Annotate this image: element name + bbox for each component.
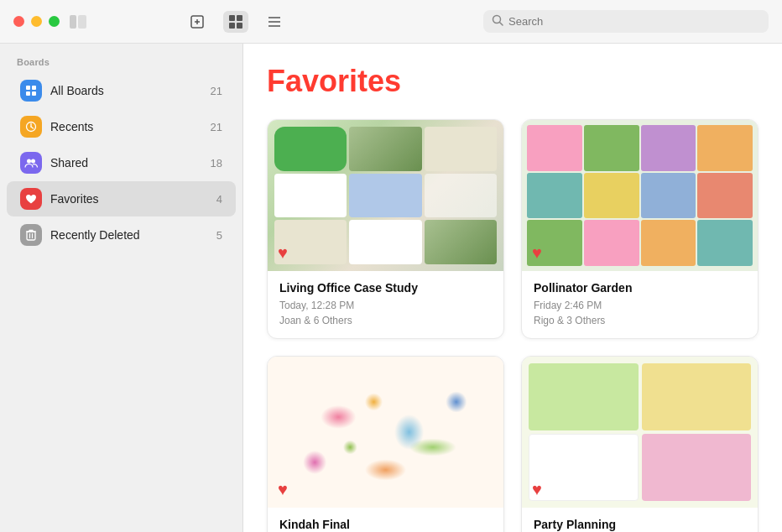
thumb-cell — [697, 220, 753, 266]
svg-rect-7 — [229, 23, 235, 29]
favorite-heart-living-office: ♥ — [278, 243, 288, 263]
board-thumbnail-kindah: ♥ — [268, 357, 503, 508]
sidebar-toggle-icon[interactable] — [70, 15, 86, 29]
page-title: Favorites — [267, 64, 759, 99]
board-card-party-planning[interactable]: ♥ Party Planning 3/9/24, 10:25 AM Joan &… — [521, 356, 759, 532]
thumb-cell — [584, 173, 639, 219]
sidebar-item-recently-deleted-count: 5 — [216, 229, 222, 242]
board-info-living-office: Living Office Case Study Today, 12:28 PM… — [268, 271, 503, 338]
grid-view-button[interactable] — [223, 11, 248, 33]
sidebar-section-label: Boards — [0, 57, 242, 72]
sidebar-item-shared-count: 18 — [211, 157, 222, 170]
search-input[interactable] — [508, 15, 760, 28]
minimize-button[interactable] — [31, 16, 42, 27]
svg-rect-0 — [70, 15, 76, 29]
toolbar-icons — [185, 11, 287, 33]
sidebar-item-all-boards-count: 21 — [211, 85, 222, 97]
thumb-cell — [697, 125, 753, 171]
favorites-icon — [20, 188, 42, 210]
board-date-pollinator: Friday 2:46 PM Rigo & 3 Others — [534, 298, 746, 328]
board-name-kindah: Kindah Final — [279, 518, 492, 531]
thumb-cell — [584, 220, 639, 266]
search-icon — [492, 14, 503, 29]
board-grid: ♥ Living Office Case Study Today, 12:28 … — [267, 119, 759, 532]
thumb-cell — [641, 220, 696, 266]
sidebar: Boards All Boards 21 — [0, 44, 243, 532]
svg-rect-14 — [26, 86, 30, 90]
recently-deleted-icon — [20, 224, 42, 246]
thumb-cell — [425, 174, 497, 218]
svg-rect-15 — [32, 86, 36, 90]
svg-rect-8 — [237, 23, 242, 29]
board-name-pollinator: Pollinator Garden — [534, 281, 746, 295]
thumb-cell — [274, 127, 347, 171]
thumb-cell — [529, 363, 639, 430]
svg-line-13 — [500, 23, 503, 26]
sidebar-item-all-boards[interactable]: All Boards 21 — [7, 73, 236, 108]
favorite-heart-pollinator: ♥ — [532, 243, 542, 263]
board-card-pollinator-garden[interactable]: ♥ Pollinator Garden Friday 2:46 PM Rigo … — [521, 119, 759, 339]
thumb-cell — [349, 174, 421, 218]
search-bar[interactable] — [483, 10, 769, 33]
thumb-cell — [527, 173, 582, 219]
title-bar — [0, 0, 782, 44]
thumb-cell — [642, 363, 752, 430]
sidebar-item-favorites[interactable]: Favorites 4 — [7, 181, 236, 216]
board-thumbnail-party: ♥ — [522, 357, 758, 508]
sidebar-item-recents-label: Recents — [50, 120, 211, 133]
board-card-kindah-final[interactable]: ♥ Kindah Final Thursday 9:49 AM Test & 3… — [267, 356, 504, 532]
sidebar-item-recents-count: 21 — [211, 121, 222, 133]
board-date-living-office: Today, 12:28 PM Joan & 6 Others — [279, 298, 492, 328]
favorite-heart-party: ♥ — [532, 480, 542, 499]
sidebar-item-recents[interactable]: Recents 21 — [7, 109, 236, 144]
sidebar-item-shared-label: Shared — [50, 156, 211, 170]
content-area: Favorites ♥ Living Office Case St — [243, 44, 782, 532]
thumb-cell — [641, 173, 696, 219]
maximize-button[interactable] — [49, 16, 60, 27]
svg-rect-1 — [78, 15, 86, 29]
thumb-cell — [349, 127, 421, 171]
thumb-cell — [527, 125, 582, 171]
sidebar-item-favorites-label: Favorites — [50, 192, 216, 206]
svg-point-21 — [27, 159, 31, 164]
recents-icon — [20, 116, 42, 138]
sidebar-item-favorites-count: 4 — [216, 193, 222, 206]
sidebar-item-recently-deleted[interactable]: Recently Deleted 5 — [7, 217, 236, 253]
shared-icon — [20, 152, 42, 174]
board-info-party: Party Planning 3/9/24, 10:25 AM Joan & 6… — [522, 508, 758, 532]
all-boards-icon — [20, 80, 42, 102]
thumb-cell — [425, 220, 497, 264]
thumb-cell — [641, 125, 696, 171]
sidebar-item-shared[interactable]: Shared 18 — [7, 145, 236, 180]
svg-rect-16 — [26, 91, 30, 96]
board-name-party: Party Planning — [534, 518, 746, 531]
board-thumbnail-living-office: ♥ — [268, 120, 503, 271]
thumb-cell — [642, 434, 752, 501]
svg-line-20 — [31, 127, 34, 128]
close-button[interactable] — [13, 16, 24, 27]
board-name-living-office: Living Office Case Study — [279, 281, 492, 295]
main-layout: Boards All Boards 21 — [0, 44, 782, 532]
kindah-art — [268, 357, 503, 508]
new-board-button[interactable] — [185, 11, 210, 33]
window-controls — [13, 16, 60, 27]
thumb-cell — [425, 127, 497, 171]
svg-rect-5 — [229, 15, 235, 21]
sidebar-item-all-boards-label: All Boards — [50, 84, 211, 97]
svg-point-22 — [31, 159, 35, 164]
favorite-heart-kindah: ♥ — [278, 480, 288, 499]
board-card-living-office[interactable]: ♥ Living Office Case Study Today, 12:28 … — [267, 119, 504, 339]
thumb-cell — [697, 173, 753, 219]
board-info-pollinator: Pollinator Garden Friday 2:46 PM Rigo & … — [522, 271, 758, 338]
board-info-kindah: Kindah Final Thursday 9:49 AM Test & 3 O… — [268, 508, 503, 532]
thumb-cell — [349, 220, 421, 264]
thumb-cell — [584, 125, 639, 171]
thumb-cell — [274, 174, 347, 218]
thumb-cell — [529, 434, 639, 501]
svg-rect-23 — [27, 232, 35, 240]
board-thumbnail-pollinator: ♥ — [522, 120, 758, 271]
sidebar-item-recently-deleted-label: Recently Deleted — [50, 228, 216, 242]
svg-rect-17 — [32, 91, 36, 96]
list-view-button[interactable] — [262, 11, 287, 33]
svg-rect-6 — [237, 15, 242, 21]
